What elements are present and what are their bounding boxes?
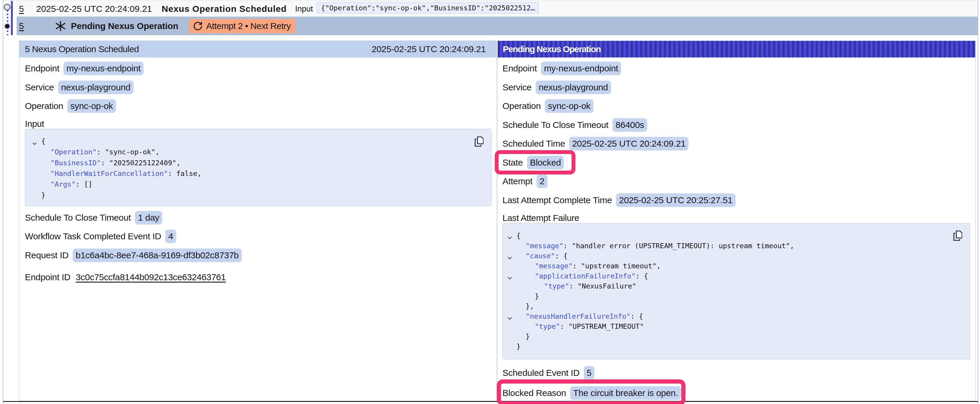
collapse-chevron-icon[interactable] xyxy=(506,311,516,322)
field-value-badge: 4 xyxy=(165,230,176,243)
code-text: "applicationFailureInfo": { xyxy=(516,272,648,280)
field-row: Service nexus-playground xyxy=(503,81,970,94)
refresh-icon xyxy=(193,21,203,31)
field-row: Last Attempt Complete Time 2025-02-25 UT… xyxy=(503,193,970,207)
copy-icon[interactable] xyxy=(474,136,484,147)
field-label: Attempt xyxy=(503,176,532,186)
field-row: Scheduled Time 2025-02-25 UTC 20:24:09.2… xyxy=(503,137,970,151)
code-line: } xyxy=(506,342,963,352)
field-label: Operation xyxy=(25,101,63,111)
code-gutter xyxy=(506,342,516,352)
code-gutter xyxy=(31,190,41,200)
field-value-badge: 2 xyxy=(536,174,547,188)
field-value-badge: 2025-02-25 UTC 20:25:27.51 xyxy=(616,193,735,207)
field-value-badge: 86400s xyxy=(612,118,647,132)
collapse-chevron-icon[interactable] xyxy=(506,231,516,241)
timeline-node-current xyxy=(4,23,10,29)
event-timestamp: 2025-02-25 UTC 20:24:09.21 xyxy=(36,4,152,14)
field-value-badge: 2025-02-25 UTC 20:24:09.21 xyxy=(569,137,689,151)
field-value-badge: 1 day xyxy=(135,211,162,225)
pending-id-link[interactable]: 5 xyxy=(19,21,24,31)
event-history-view: 5 2025-02-25 UTC 20:24:09.21 Nexus Opera… xyxy=(0,0,980,404)
copy-icon[interactable] xyxy=(953,230,962,242)
field-label: Service xyxy=(503,82,531,92)
pending-field-list-bottom: Scheduled Event ID 5 Blocked Reason The … xyxy=(503,366,970,400)
code-text: { xyxy=(516,231,520,240)
code-line: } xyxy=(31,190,484,200)
json-key: "Operation" xyxy=(51,148,97,156)
field-label: Schedule To Close Timeout xyxy=(503,120,608,130)
code-text: "type": "UPSTREAM_TIMEOUT" xyxy=(516,322,644,331)
json-key: "BusinessID" xyxy=(51,159,101,167)
code-gutter xyxy=(506,281,516,291)
field-label: Endpoint xyxy=(25,63,59,73)
code-line: } xyxy=(506,331,963,342)
field-row: Operation sync-op-ok xyxy=(503,99,970,113)
field-row: Workflow Task Completed Event ID 4 xyxy=(25,230,492,243)
code-text: "type": "NexusFailure" xyxy=(516,282,636,290)
input-section-label: Input xyxy=(25,119,492,128)
event-row-pending[interactable]: 5 Pending Nexus Operation Attempt 2 • Ne… xyxy=(17,17,978,35)
pending-detail-panel: Pending Nexus Operation Endpoint my-nexu… xyxy=(497,41,975,401)
field-row: Schedule To Close Timeout 86400s xyxy=(503,118,970,132)
code-gutter xyxy=(31,158,41,168)
json-key: "type" xyxy=(535,322,560,331)
endpoint-id-link[interactable]: 3c0c75ccfa8144b092c13ce632463761 xyxy=(76,272,226,282)
json-key: "message" xyxy=(526,242,563,250)
field-row: Attempt 2 xyxy=(503,174,970,188)
json-key: "applicationFailureInfo" xyxy=(535,272,636,280)
retry-badge: Attempt 2 • Next Retry xyxy=(189,19,296,33)
code-text: "BusinessID": "20250225122409", xyxy=(41,159,181,167)
field-row: Request ID b1c6a4bc-8ee7-468a-9169-df3b0… xyxy=(25,249,492,262)
timeline-node-open xyxy=(4,4,10,10)
asterisk-icon xyxy=(56,21,65,31)
input-code-block: {"Operation": "sync-op-ok","BusinessID":… xyxy=(25,129,492,206)
field-list-bottom: Schedule To Close Timeout 1 day Workflow… xyxy=(25,211,492,262)
field-label: Operation xyxy=(503,101,541,111)
pending-panel-title: Pending Nexus Operation xyxy=(503,44,601,54)
code-line: "Operation": "sync-op-ok", xyxy=(31,147,484,157)
field-label: Scheduled Time xyxy=(503,139,565,149)
field-row: State Blocked xyxy=(503,156,970,170)
field-value-badge: nexus-playground xyxy=(58,81,134,94)
field-label: Blocked Reason xyxy=(503,388,566,398)
timeline-dotted-line xyxy=(7,10,8,35)
event-input-preview[interactable]: {"Operation":"sync-op-ok","BusinessID":"… xyxy=(317,2,539,14)
field-label: Service xyxy=(25,82,54,92)
scheduled-panel-title: 5 Nexus Operation Scheduled xyxy=(25,44,139,54)
field-value-badge: 5 xyxy=(584,366,594,380)
container-right-border xyxy=(978,0,978,404)
field-value-badge: sync-op-ok xyxy=(67,99,116,113)
collapse-chevron-icon[interactable] xyxy=(506,271,516,281)
code-gutter xyxy=(506,322,516,331)
json-key: "message" xyxy=(535,262,573,270)
retry-badge-label: Attempt 2 • Next Retry xyxy=(206,21,291,31)
collapse-chevron-icon[interactable] xyxy=(506,251,516,261)
code-line: "nexusHandlerFailureInfo": { xyxy=(506,311,963,322)
field-label: Last Attempt Complete Time xyxy=(503,195,612,205)
field-label: Request ID xyxy=(25,250,68,260)
code-gutter xyxy=(506,261,516,271)
code-line: }, xyxy=(506,301,963,311)
expanded-row-bottom-border xyxy=(3,401,978,402)
failure-section-label: Last Attempt Failure xyxy=(503,213,970,222)
code-line: } xyxy=(506,291,963,301)
code-text: "message": "handler error (UPSTREAM_TIME… xyxy=(516,242,794,250)
field-row: Endpoint my-nexus-endpoint xyxy=(503,62,970,75)
code-text: "cause": { xyxy=(516,252,568,260)
collapse-chevron-icon[interactable] xyxy=(31,136,41,147)
field-label: State xyxy=(503,158,523,168)
event-row-scheduled[interactable]: 5 2025-02-25 UTC 20:24:09.21 Nexus Opera… xyxy=(17,1,978,17)
code-text: "message": "upstream timeout", xyxy=(516,262,660,270)
field-value-badge: nexus-playground xyxy=(536,81,611,94)
scheduled-panel-timestamp: 2025-02-25 UTC 20:24:09.21 xyxy=(372,44,486,54)
scheduled-detail-panel: 5 Nexus Operation Scheduled 2025-02-25 U… xyxy=(19,41,497,401)
selected-events-bar xyxy=(11,1,13,35)
event-id-link[interactable]: 5 xyxy=(19,4,24,14)
code-line: "type": "UPSTREAM_TIMEOUT" xyxy=(506,322,963,331)
field-label: Schedule To Close Timeout xyxy=(25,213,131,223)
pending-field-list: Endpoint my-nexus-endpoint Service nexus… xyxy=(503,62,970,207)
pending-panel-header: Pending Nexus Operation xyxy=(498,41,975,57)
pending-event-title: Pending Nexus Operation xyxy=(71,21,178,31)
field-row: Operation sync-op-ok xyxy=(25,99,492,113)
